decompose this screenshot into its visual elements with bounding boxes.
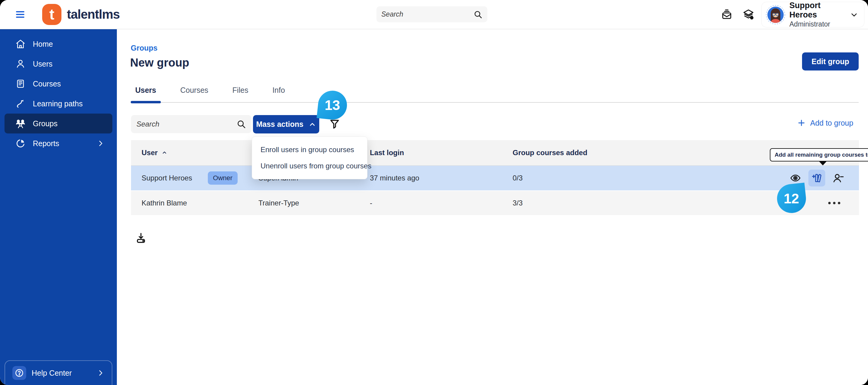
chevron-up-icon — [308, 120, 316, 128]
sidebar-item-reports[interactable]: Reports — [4, 134, 112, 153]
export-download-icon[interactable] — [135, 232, 147, 244]
search-icon — [237, 119, 246, 129]
sidebar-item-courses[interactable]: Courses — [4, 74, 112, 94]
logo-mark-icon: t — [42, 4, 61, 25]
sidebar-item-users[interactable]: Users — [4, 54, 112, 74]
book-icon — [16, 79, 26, 89]
tab-courses[interactable]: Courses — [176, 86, 213, 102]
add-to-group-label: Add to group — [810, 119, 853, 127]
sidebar-item-label: Groups — [33, 119, 58, 128]
column-header-last-login: Last login — [370, 149, 404, 157]
tooltip-text: Add all remaining group courses to user — [775, 151, 868, 158]
add-group-courses-button[interactable] — [808, 170, 825, 186]
sidebar-item-groups[interactable]: Groups — [4, 114, 112, 134]
column-header-user[interactable]: User — [142, 149, 168, 157]
user-name-text: Support Heroes — [142, 174, 192, 182]
column-header-label: User — [142, 149, 157, 157]
group-courses-cell: 3/3 — [513, 199, 523, 207]
question-mark-icon — [12, 366, 26, 380]
top-bar: t talentlms — [0, 0, 868, 29]
message-icon — [721, 8, 733, 21]
brand-logo[interactable]: t talentlms — [42, 4, 120, 25]
column-header-group-courses: Group courses added — [513, 149, 587, 157]
chevron-down-icon — [849, 10, 859, 19]
help-center-button[interactable]: Help Center — [4, 360, 112, 385]
eye-icon — [790, 172, 801, 184]
owner-badge: Owner — [208, 171, 238, 185]
help-center-label: Help Center — [32, 369, 72, 378]
avatar — [766, 5, 785, 24]
remove-user-button[interactable] — [833, 172, 844, 184]
menu-item-enroll-users[interactable]: Enroll users in group courses — [252, 142, 367, 158]
page-title: New group — [130, 56, 189, 69]
add-to-group-button[interactable]: Add to group — [797, 118, 853, 127]
sidebar-item-label: Users — [33, 60, 53, 68]
breadcrumb-groups-link[interactable]: Groups — [131, 44, 157, 52]
group-courses-cell: 0/3 — [513, 174, 523, 182]
user-name: Support Heroes — [789, 1, 849, 20]
sidebar-item-label: Learning paths — [33, 99, 83, 108]
course-store-button[interactable] — [742, 8, 755, 21]
home-icon — [16, 39, 26, 49]
sidebar-item-label: Home — [33, 40, 53, 49]
edit-group-button[interactable]: Edit group — [802, 52, 859, 70]
sidebar-item-home[interactable]: Home — [4, 34, 112, 54]
mass-actions-label: Mass actions — [256, 120, 303, 129]
sidebar-item-label: Reports — [33, 139, 59, 148]
add-courses-icon — [811, 172, 823, 184]
table-header-row: User Last login Group courses added — [131, 140, 859, 166]
table-row[interactable]: Kathrin Blame Trainer-Type - 3/3 — [131, 190, 859, 215]
tooltip: Add all remaining group courses to user — [770, 148, 868, 161]
message-center-button[interactable] — [720, 8, 733, 21]
tooltip-pointer — [818, 161, 827, 166]
logo-text: talentlms — [67, 7, 120, 22]
sidebar-item-learning-paths[interactable]: Learning paths — [4, 94, 112, 114]
tab-bar: Users Courses Files Info — [131, 86, 859, 103]
topbar-icon-group — [720, 8, 755, 21]
menu-item-unenroll-users[interactable]: Unenroll users from group courses — [252, 158, 367, 174]
mass-actions-button[interactable]: Mass actions — [253, 115, 319, 134]
sidebar-item-label: Courses — [33, 80, 61, 88]
last-login-cell: - — [370, 199, 372, 207]
user-info: Support Heroes Administrator — [789, 1, 849, 28]
hamburger-menu-button[interactable] — [14, 9, 27, 20]
tab-users[interactable]: Users — [131, 86, 161, 102]
chevron-right-icon — [97, 369, 104, 377]
person-minus-icon — [833, 172, 844, 184]
global-search — [376, 6, 487, 22]
table-search — [131, 115, 251, 133]
user-role: Administrator — [789, 20, 849, 28]
groups-icon — [16, 118, 26, 129]
hamburger-icon — [14, 9, 27, 20]
annotation-number: 12 — [784, 190, 799, 207]
user-cell: Support Heroes Owner — [142, 171, 238, 185]
sort-asc-icon — [161, 149, 168, 156]
annotation-number: 13 — [325, 97, 340, 113]
sidebar: Home Users Courses Learning paths Groups… — [0, 29, 117, 385]
mass-actions-menu: Enroll users in group courses Unenroll u… — [252, 137, 367, 179]
filter-icon[interactable] — [329, 118, 341, 130]
main-content: Groups New group Edit group Users Course… — [117, 29, 868, 385]
tab-files[interactable]: Files — [228, 86, 253, 102]
global-search-input[interactable] — [381, 10, 473, 19]
search-icon — [473, 10, 483, 19]
app-window: t talentlms — [0, 0, 868, 385]
user-cell: Kathrin Blame — [142, 199, 187, 207]
users-table: User Last login Group courses added Supp… — [131, 140, 859, 215]
table-row[interactable]: Support Heroes Owner SuperAdmin 37 minut… — [131, 166, 859, 190]
user-type-cell: Trainer-Type — [258, 199, 299, 207]
last-login-cell: 37 minutes ago — [370, 174, 419, 182]
chevron-right-icon — [97, 140, 104, 147]
row-menu-ellipsis-icon[interactable] — [828, 202, 840, 204]
layers-badge-icon — [742, 8, 754, 21]
sidebar-nav: Home Users Courses Learning paths Groups… — [0, 29, 117, 153]
view-user-button[interactable] — [790, 172, 801, 184]
user-menu[interactable]: Support Heroes Administrator — [762, 2, 864, 27]
pie-chart-icon — [16, 138, 26, 149]
user-icon — [16, 59, 26, 69]
tab-info[interactable]: Info — [268, 86, 289, 102]
table-search-input[interactable] — [136, 120, 237, 128]
learning-path-icon — [16, 98, 26, 109]
plus-icon — [797, 118, 806, 127]
